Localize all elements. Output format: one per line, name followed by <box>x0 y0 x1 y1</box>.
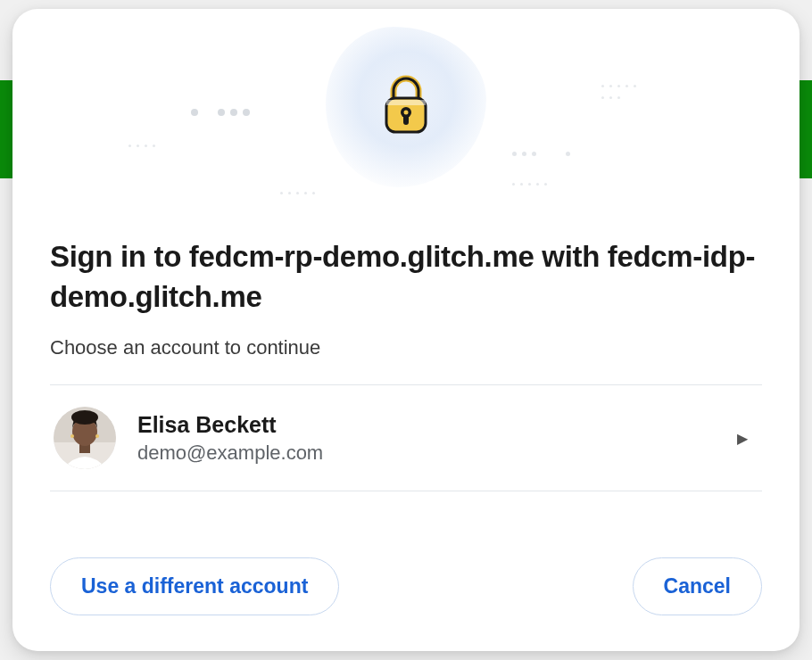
decorative-dots <box>128 144 155 147</box>
decorative-dots <box>601 96 620 99</box>
decorative-dots <box>601 85 636 87</box>
lock-icon <box>377 73 435 141</box>
dialog-hero-illustration <box>12 9 800 205</box>
dialog-subtitle: Choose an account to continue <box>50 336 762 359</box>
dialog-content: Sign in to fedcm-rp-demo.glitch.me with … <box>12 205 800 651</box>
decorative-dots <box>280 192 315 194</box>
decorative-dots <box>191 109 198 116</box>
account-name: Elisa Beckett <box>137 412 716 438</box>
account-avatar <box>54 407 116 469</box>
use-different-account-button[interactable]: Use a different account <box>50 557 339 615</box>
svg-point-4 <box>404 111 409 115</box>
decorative-dots <box>512 183 547 186</box>
signin-dialog: Sign in to fedcm-rp-demo.glitch.me with … <box>12 9 800 651</box>
account-row[interactable]: Elisa Beckett demo@example.com ▶ <box>50 385 762 491</box>
svg-rect-3 <box>403 114 409 125</box>
account-text: Elisa Beckett demo@example.com <box>137 412 716 465</box>
cancel-button[interactable]: Cancel <box>633 557 762 615</box>
divider <box>50 491 762 491</box>
svg-point-11 <box>70 434 74 438</box>
decorative-dots <box>218 109 250 116</box>
dialog-title: Sign in to fedcm-rp-demo.glitch.me with … <box>50 237 762 317</box>
chevron-right-icon: ▶ <box>737 430 748 447</box>
dialog-button-row: Use a different account Cancel <box>50 513 762 615</box>
svg-rect-1 <box>386 100 426 105</box>
svg-point-10 <box>71 410 98 425</box>
decorative-dots <box>512 152 536 156</box>
account-email: demo@example.com <box>137 441 716 465</box>
svg-point-12 <box>95 434 99 438</box>
decorative-dots <box>566 152 570 156</box>
